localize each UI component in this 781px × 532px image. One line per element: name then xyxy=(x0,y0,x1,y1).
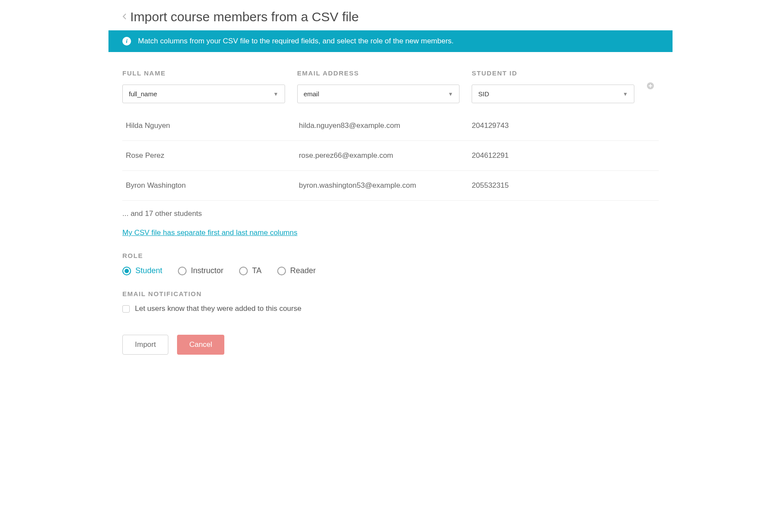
column-select-fullname[interactable]: full_name ▼ xyxy=(122,85,285,103)
role-radio-ta-label: TA xyxy=(252,266,262,275)
column-mapping-row: FULL NAME full_name ▼ EMAIL ADDRESS emai… xyxy=(122,69,659,103)
table-row: Hilda Nguyen hilda.nguyen83@example.com … xyxy=(122,111,659,141)
role-radio-reader-label: Reader xyxy=(290,266,316,275)
preview-cell-sid: 205532315 xyxy=(472,181,633,190)
back-arrow-icon[interactable] xyxy=(122,12,127,22)
column-select-fullname-value: full_name xyxy=(129,90,157,98)
role-section-label: ROLE xyxy=(122,252,659,259)
add-column-icon[interactable] xyxy=(646,82,654,91)
button-row: Import Cancel xyxy=(122,335,659,355)
preview-cell-name: Rose Perez xyxy=(126,151,287,160)
radio-icon xyxy=(239,267,248,275)
column-label-email: EMAIL ADDRESS xyxy=(297,69,460,77)
checkbox-icon xyxy=(122,305,130,313)
table-row: Rose Perez rose.perez66@example.com 2046… xyxy=(122,141,659,171)
preview-cell-name: Byron Washington xyxy=(126,181,287,190)
column-select-email[interactable]: email ▼ xyxy=(297,85,460,103)
column-select-email-value: email xyxy=(304,90,319,98)
column-label-sid: STUDENT ID xyxy=(472,69,634,77)
radio-icon xyxy=(277,267,286,275)
role-radio-student[interactable]: Student xyxy=(122,266,162,275)
radio-icon xyxy=(178,267,187,275)
preview-cell-name: Hilda Nguyen xyxy=(126,121,287,130)
preview-cell-sid: 204129743 xyxy=(472,121,633,130)
page-title: Import course members from a CSV file xyxy=(130,10,359,24)
preview-cell-email: rose.perez66@example.com xyxy=(299,151,460,160)
preview-cell-email: byron.washington53@example.com xyxy=(299,181,460,190)
preview-table: Hilda Nguyen hilda.nguyen83@example.com … xyxy=(122,111,659,201)
email-notification-checkbox-label: Let users know that they were added to t… xyxy=(135,304,302,313)
radio-icon xyxy=(122,267,131,275)
chevron-down-icon: ▼ xyxy=(448,91,453,97)
separate-name-columns-link[interactable]: My CSV file has separate first and last … xyxy=(122,228,297,237)
info-icon: i xyxy=(122,37,131,46)
role-radio-student-label: Student xyxy=(135,266,162,275)
chevron-down-icon: ▼ xyxy=(623,91,628,97)
info-banner: i Match columns from your CSV file to th… xyxy=(108,30,673,52)
column-select-sid[interactable]: SID ▼ xyxy=(472,85,634,103)
import-button[interactable]: Import xyxy=(122,335,168,355)
column-label-fullname: FULL NAME xyxy=(122,69,285,77)
page-header: Import course members from a CSV file xyxy=(108,4,673,30)
role-radio-group: Student Instructor TA Reader xyxy=(122,266,659,275)
role-radio-instructor-label: Instructor xyxy=(191,266,223,275)
role-radio-instructor[interactable]: Instructor xyxy=(178,266,223,275)
email-notification-section-label: EMAIL NOTIFICATION xyxy=(122,290,659,297)
info-banner-text: Match columns from your CSV file to the … xyxy=(138,37,454,46)
cancel-button[interactable]: Cancel xyxy=(177,335,224,355)
more-students-text: ... and 17 other students xyxy=(122,209,659,218)
column-select-sid-value: SID xyxy=(478,90,489,98)
chevron-down-icon: ▼ xyxy=(273,91,279,97)
table-row: Byron Washington byron.washington53@exam… xyxy=(122,171,659,201)
preview-cell-email: hilda.nguyen83@example.com xyxy=(299,121,460,130)
email-notification-checkbox[interactable]: Let users know that they were added to t… xyxy=(122,304,659,313)
role-radio-ta[interactable]: TA xyxy=(239,266,262,275)
preview-cell-sid: 204612291 xyxy=(472,151,633,160)
role-radio-reader[interactable]: Reader xyxy=(277,266,316,275)
